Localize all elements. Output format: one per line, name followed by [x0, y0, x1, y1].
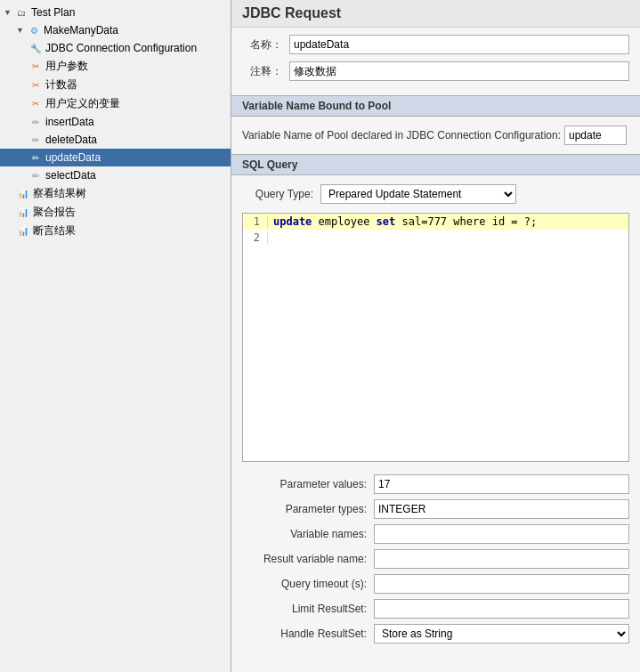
query-timeout-label: Query timeout (s): — [242, 578, 367, 590]
line-number-2: 2 — [243, 231, 268, 244]
insert-icon: ✏ — [28, 115, 43, 129]
main-content: JDBC Request 名称： 注释： Variable Name Bound… — [231, 0, 640, 672]
comment-label: 注释： — [242, 64, 282, 79]
sidebar-item-aggregate[interactable]: 📊 聚合报告 — [0, 203, 231, 222]
param-types-row: Parameter types: — [242, 499, 629, 519]
test-plan-icon: 🗂 — [14, 5, 28, 20]
limit-resultset-row: Limit ResultSet: — [242, 599, 629, 619]
assert-icon: 📊 — [16, 224, 30, 239]
variable-pool-section-header: Variable Name Bound to Pool — [231, 95, 640, 117]
select-icon: ✏ — [28, 168, 43, 182]
query-type-row: Query Type: Prepared Update Statement Se… — [231, 181, 640, 207]
handle-resultset-label: Handle ResultSet: — [242, 627, 367, 640]
sidebar-item-assertion-results[interactable]: 📊 断言结果 — [0, 222, 231, 240]
variable-names-label: Variable names: — [242, 528, 367, 540]
line-number-1: 1 — [243, 215, 268, 228]
sql-editor[interactable]: 1 update employee set sal=777 where id =… — [242, 213, 629, 462]
basic-info-section: 名称： 注释： — [231, 28, 640, 95]
sidebar-item-test-plan[interactable]: ▼ 🗂 Test Plan — [0, 4, 231, 21]
sidebar: ▼ 🗂 Test Plan ▼ ⚙ MakeManyData 🔧 JDBC Co… — [0, 0, 231, 672]
delete-icon: ✏ — [28, 133, 43, 147]
variable-pool-label: Variable Name of Pool declared in JDBC C… — [242, 129, 561, 142]
sidebar-item-update-data[interactable]: ✏ updateData — [0, 149, 231, 166]
sidebar-item-make-many-data[interactable]: ▼ ⚙ MakeManyData — [0, 21, 231, 39]
sidebar-item-view-tree[interactable]: 📊 察看结果树 — [0, 184, 231, 203]
param-values-label: Parameter values: — [242, 478, 367, 490]
view-icon: 📊 — [16, 187, 30, 201]
param-values-input[interactable] — [374, 474, 629, 494]
handle-resultset-select[interactable]: Store as String Store as Object Count Re… — [374, 624, 629, 644]
expand-arrow: ▼ — [4, 8, 12, 17]
param-types-label: Parameter types: — [242, 503, 367, 515]
handle-resultset-row: Handle ResultSet: Store as String Store … — [242, 624, 629, 644]
sidebar-item-jdbc-connection[interactable]: 🔧 JDBC Connection Configuration — [0, 39, 231, 57]
sql-line-1: 1 update employee set sal=777 where id =… — [243, 214, 628, 230]
jdbc-icon: 🔧 — [28, 41, 43, 55]
sidebar-item-user-params[interactable]: ✂ 用户参数 — [0, 57, 231, 76]
query-type-label: Query Type: — [242, 188, 313, 200]
update-icon: ✏ — [28, 150, 43, 165]
sql-code-1: update employee set sal=777 where id = ?… — [273, 215, 628, 228]
variable-names-input[interactable] — [374, 524, 629, 544]
query-timeout-row: Query timeout (s): — [242, 574, 629, 594]
query-timeout-input[interactable] — [374, 574, 629, 594]
name-row: 名称： — [242, 35, 629, 54]
variable-pool-row: Variable Name of Pool declared in JDBC C… — [231, 122, 640, 149]
sidebar-item-user-vars[interactable]: ✂ 用户定义的变量 — [0, 94, 231, 113]
page-title: JDBC Request — [231, 0, 640, 28]
counter-icon: ✂ — [28, 78, 43, 93]
variable-names-row: Variable names: — [242, 524, 629, 544]
limit-resultset-input[interactable] — [374, 599, 629, 619]
sidebar-item-insert-data[interactable]: ✏ insertData — [0, 113, 231, 131]
comment-input[interactable] — [289, 61, 629, 81]
name-input[interactable] — [289, 35, 629, 54]
sidebar-item-select-data[interactable]: ✏ selectData — [0, 166, 231, 184]
query-type-select[interactable]: Prepared Update Statement Select Stateme… — [320, 184, 516, 204]
sidebar-item-counter[interactable]: ✂ 计数器 — [0, 76, 231, 94]
sql-query-section-header: SQL Query — [231, 154, 640, 175]
comment-row: 注释： — [242, 61, 629, 81]
result-variable-row: Result variable name: — [242, 549, 629, 569]
expand-arrow-2: ▼ — [16, 26, 25, 35]
name-label: 名称： — [242, 37, 282, 53]
param-types-input[interactable] — [374, 499, 629, 519]
var-icon: ✂ — [28, 97, 43, 111]
sidebar-item-delete-data[interactable]: ✏ deleteData — [0, 131, 231, 149]
limit-resultset-label: Limit ResultSet: — [242, 603, 367, 615]
sql-line-2: 2 — [243, 230, 628, 246]
result-variable-label: Result variable name: — [242, 553, 367, 565]
bottom-form: Parameter values: Parameter types: Varia… — [231, 467, 640, 656]
report-icon: 📊 — [16, 206, 30, 220]
param-values-row: Parameter values: — [242, 474, 629, 494]
data-icon: ⚙ — [27, 23, 41, 37]
variable-pool-input[interactable] — [564, 125, 627, 145]
param-icon: ✂ — [28, 60, 43, 74]
result-variable-input[interactable] — [374, 549, 629, 569]
